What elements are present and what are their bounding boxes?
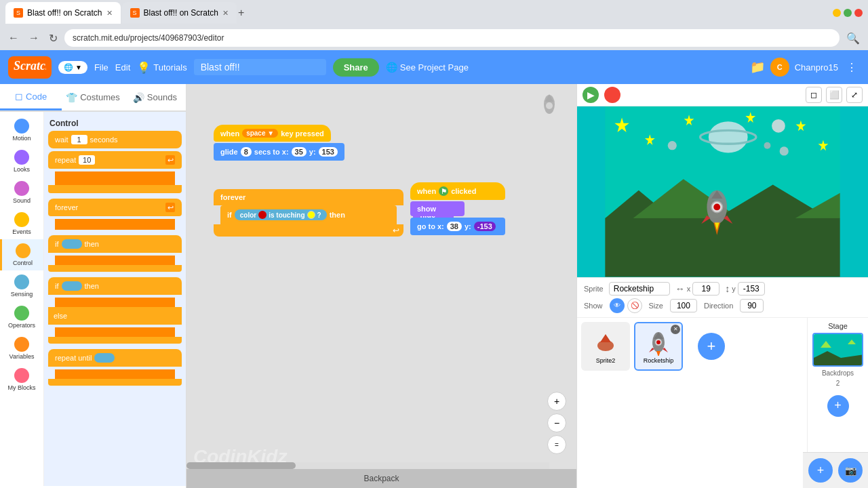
canvas-sprite-thumb [536,91,563,118]
tab-1-close[interactable]: ✕ [106,9,113,18]
tab-1-label: Blast off!! on Scratch [27,8,102,18]
glide-x[interactable]: 35 [292,147,307,157]
myblocks-label: My Blocks [7,384,35,391]
events-dot [14,212,29,227]
if-then-block[interactable]: if then [48,235,182,253]
direction-input[interactable] [740,299,764,312]
repeat-arrow: ↩ [165,155,175,165]
variables-dot [14,337,29,352]
if-condition-slot [62,239,82,249]
goto-y[interactable]: -153 [474,222,496,231]
tab-code[interactable]: ◻ Code [0,84,62,110]
when-space-hat[interactable]: when space ▼ key pressed [214,125,331,142]
category-looks[interactable]: Looks [0,146,43,177]
category-events[interactable]: Events [0,208,43,239]
folder-button[interactable]: 📁 [750,60,765,75]
zoom-in-button[interactable]: + [547,392,566,411]
category-sound[interactable]: Sound [0,177,43,208]
camera-button[interactable]: 📷 [838,458,863,483]
goto-block[interactable]: go to x: 38 y: -153 [410,218,505,235]
sprite-delete-button[interactable]: ✕ [671,325,680,334]
category-myblocks[interactable]: My Blocks [0,364,43,395]
new-tab-button[interactable]: + [238,2,244,24]
more-options-button[interactable]: ⋮ [844,58,860,77]
if-else-block[interactable]: if then [48,277,182,295]
scrollbar-thumb[interactable] [186,462,296,469]
rocketship-name: Rocketship [644,357,674,364]
forward-button[interactable]: → [26,29,42,47]
glide-secs[interactable]: 8 [241,147,252,157]
when-flag-hat[interactable]: when ⚑ clicked [410,182,505,200]
show-eye-button[interactable]: 👁 [610,298,625,313]
close-button[interactable] [854,9,863,17]
category-motion[interactable]: Motion [0,115,43,146]
project-name-input[interactable] [194,59,326,75]
forever-hat[interactable]: forever [214,189,403,205]
tabs-row: ◻ Code 👕 Costumes 🔊 Sounds [0,84,186,112]
category-control[interactable]: Control [0,239,43,270]
sprite2-thumb [592,329,619,356]
sprite-card-rocketship[interactable]: ✕ Rocketship [634,322,683,371]
category-variables[interactable]: Variables [0,333,43,364]
sprite-card-sprite2[interactable]: Sprite2 [581,322,630,371]
if-color-block[interactable]: if color is touching ? then [220,205,397,224]
forever-block[interactable]: forever ↩ [48,199,182,216]
add-sprite-button[interactable]: + [698,333,725,360]
tab-2-close[interactable]: ✕ [222,9,229,18]
add-sprite-area[interactable]: + [687,322,736,371]
hide-eye-button[interactable]: 🚫 [627,298,642,313]
control-dot [16,243,31,258]
until-condition [94,353,115,363]
sound-dot [14,181,29,196]
file-menu[interactable]: File [94,62,108,73]
goto-x[interactable]: 38 [447,222,462,231]
space-dropdown[interactable]: space ▼ [242,129,278,138]
forever-inner [55,219,175,230]
stage-thumb[interactable] [812,333,863,367]
url-display: scratch.mit.edu/projects/409687903/edito… [73,33,224,43]
category-operators[interactable]: Operators [0,302,43,333]
stop-button[interactable] [604,87,620,103]
small-stage-button[interactable]: ◻ [806,87,822,103]
tab-costumes[interactable]: 👕 Costumes [62,84,124,110]
fullscreen-button[interactable]: ⤢ [846,87,863,103]
glide-block[interactable]: glide 8 secs to x: 35 y: 153 [214,143,344,161]
normal-stage-button[interactable]: ⬜ [826,87,842,103]
category-sensing[interactable]: Sensing [0,270,43,302]
minimize-button[interactable] [833,9,841,17]
search-button[interactable]: 🔍 [844,29,863,47]
add-extension-button[interactable]: + [808,458,833,483]
tab-1[interactable]: S Blast off!! on Scratch ✕ [5,2,121,24]
address-bar[interactable]: scratch.mit.edu/projects/409687903/edito… [64,29,840,47]
glide-y[interactable]: 153 [319,147,338,157]
wait-block[interactable]: wait 1 seconds [48,131,182,148]
motion-label: Motion [12,135,31,142]
add-backdrop-button[interactable]: + [827,395,849,417]
fit-button[interactable]: = [547,435,566,454]
sprite-x-input[interactable] [692,282,719,296]
globe-button[interactable]: 🌐 ▼ [58,61,87,74]
forever-arrow: ↩ [165,203,175,212]
refresh-button[interactable]: ↻ [46,29,60,47]
tutorials-button[interactable]: 💡 Tutorials [137,61,186,74]
motion-dot [14,119,29,134]
sprite-y-input[interactable] [738,282,765,296]
show-block[interactable]: show [410,201,465,216]
back-button[interactable]: ← [5,29,22,47]
edit-menu[interactable]: Edit [115,62,130,73]
sprite-name-input[interactable] [609,282,670,296]
tab-2[interactable]: S Blast off!! on Scratch ✕ [122,2,237,24]
size-input[interactable] [670,299,697,312]
share-button[interactable]: Share [333,58,379,77]
blocks-outer: Motion Looks Sound Events Control [0,112,186,486]
maximize-button[interactable] [844,9,852,17]
green-flag-button[interactable]: ▶ [583,87,599,103]
tab-sounds[interactable]: 🔊 Sounds [124,84,186,110]
username-button[interactable]: Chanpro15 [795,62,838,73]
zoom-out-button[interactable]: − [547,413,566,432]
repeat-until-block[interactable]: repeat until [48,349,182,367]
repeat-block[interactable]: repeat 10 ↩ [48,151,182,169]
backpack-bar[interactable]: Backpack [186,469,576,488]
horizontal-scrollbar[interactable] [186,462,549,469]
see-project-button[interactable]: 🌐 See Project Page [386,62,469,73]
